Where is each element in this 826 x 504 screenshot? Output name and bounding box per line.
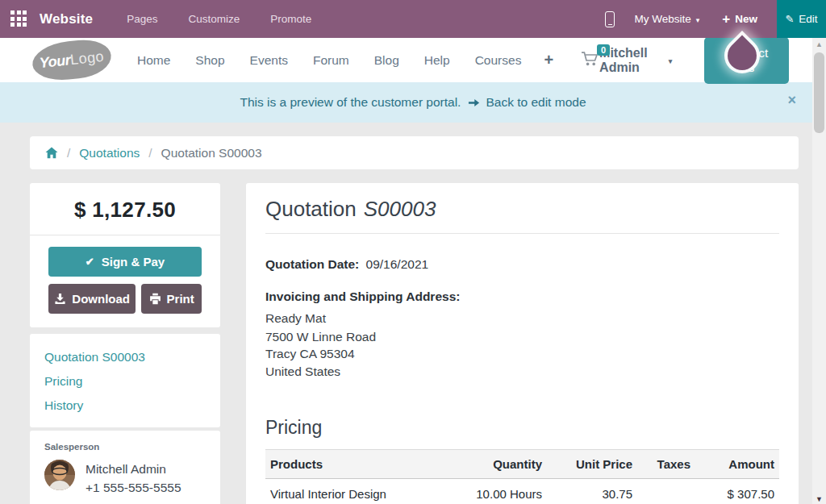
pricing-table: Products Quantity Unit Price Taxes Amoun… bbox=[265, 449, 779, 504]
site-logo[interactable]: YourLogo bbox=[31, 37, 113, 83]
site-navbar: YourLogo Home Shop Events Forum Blog Hel… bbox=[0, 38, 826, 82]
chevron-down-icon: ▾ bbox=[696, 16, 700, 24]
col-quantity: Quantity bbox=[434, 450, 547, 479]
sidebar-link-pricing[interactable]: Pricing bbox=[44, 370, 206, 393]
table-header-row: Products Quantity Unit Price Taxes Amoun… bbox=[265, 450, 779, 479]
menu-pages[interactable]: Pages bbox=[127, 13, 157, 25]
scrollbar-thumb[interactable] bbox=[814, 52, 824, 133]
add-menu-icon[interactable]: + bbox=[544, 51, 553, 69]
chevron-down-icon: ▾ bbox=[669, 57, 673, 65]
salesperson-card: Salesperson Mitchell Admin bbox=[30, 431, 220, 504]
user-account-menu[interactable]: Mitchell Admin ▾ bbox=[599, 46, 672, 75]
menu-promote[interactable]: Promote bbox=[270, 13, 311, 25]
breadcrumb-separator: / bbox=[67, 146, 70, 160]
nav-forum[interactable]: Forum bbox=[313, 53, 349, 68]
nav-shop[interactable]: Shop bbox=[195, 53, 224, 68]
print-icon bbox=[149, 293, 161, 305]
pricing-heading: Pricing bbox=[265, 417, 779, 439]
address-line: United States bbox=[265, 363, 779, 381]
nav-events[interactable]: Events bbox=[250, 53, 288, 68]
portal-preview-banner: This is a preview of the customer portal… bbox=[0, 82, 826, 123]
vertical-scrollbar[interactable]: ▲ ▼ bbox=[812, 38, 826, 504]
portal-content: / Quotations / Quotation S00003 $ 1,127.… bbox=[0, 123, 826, 504]
nav-home[interactable]: Home bbox=[137, 53, 170, 68]
total-amount: $ 1,127.50 bbox=[30, 183, 220, 235]
back-to-edit-link[interactable]: Back to edit mode bbox=[486, 95, 586, 110]
edit-button[interactable]: ✎ Edit bbox=[777, 0, 826, 38]
quotation-reference: S00003 bbox=[364, 197, 436, 221]
salesperson-info: Mitchell Admin +1 555-555-5555 bbox=[86, 460, 181, 497]
nav-help[interactable]: Help bbox=[424, 53, 450, 68]
sidebar-link-quotation[interactable]: Quotation S00003 bbox=[44, 346, 206, 369]
menu-customize[interactable]: Customize bbox=[189, 13, 240, 25]
download-button[interactable]: Download bbox=[48, 284, 136, 314]
scroll-up-arrow[interactable]: ▲ bbox=[812, 38, 826, 52]
avatar bbox=[44, 460, 75, 490]
pencil-icon: ✎ bbox=[785, 13, 794, 25]
cell-amount: $ 307.50 bbox=[695, 479, 779, 504]
amount-card: $ 1,127.50 ✔ Sign & Pay Download bbox=[30, 183, 220, 327]
cell-taxes bbox=[637, 479, 695, 504]
quotation-date: Quotation Date: 09/16/2021 bbox=[265, 257, 779, 272]
mobile-preview-icon[interactable] bbox=[605, 11, 615, 27]
new-button[interactable]: + New bbox=[722, 11, 757, 27]
col-unit-price: Unit Price bbox=[547, 450, 637, 479]
site-menu: Home Shop Events Forum Blog Help Courses bbox=[137, 53, 521, 68]
arrow-right-icon bbox=[468, 97, 480, 109]
download-icon bbox=[54, 293, 66, 305]
nav-blog[interactable]: Blog bbox=[374, 53, 399, 68]
breadcrumb: / Quotations / Quotation S00003 bbox=[30, 136, 799, 169]
address-label: Invoicing and Shipping Address: bbox=[265, 289, 779, 304]
cart-count-badge: 0 bbox=[597, 44, 610, 56]
banner-message: This is a preview of the customer portal… bbox=[240, 95, 461, 110]
home-icon[interactable] bbox=[45, 147, 58, 159]
cell-quantity: 10.00 Hours bbox=[434, 479, 547, 504]
address-line: Tracy CA 95304 bbox=[265, 345, 779, 363]
nav-courses[interactable]: Courses bbox=[475, 53, 522, 68]
sign-pay-button[interactable]: ✔ Sign & Pay bbox=[48, 247, 202, 277]
breadcrumb-current: Quotation S00003 bbox=[161, 146, 262, 160]
breadcrumb-quotations[interactable]: Quotations bbox=[79, 146, 140, 160]
cell-unit-price: 30.75 bbox=[547, 479, 637, 504]
sidebar-link-history[interactable]: History bbox=[44, 394, 206, 417]
quotation-document: QuotationS00003 Quotation Date: 09/16/20… bbox=[246, 183, 799, 504]
backend-navbar: Website Pages Customize Promote My Websi… bbox=[0, 0, 826, 38]
backend-menu: Pages Customize Promote bbox=[127, 13, 311, 25]
salesperson-phone: +1 555-555-5555 bbox=[86, 478, 181, 497]
plus-icon: + bbox=[722, 11, 730, 27]
cart-button[interactable]: 0 bbox=[581, 51, 599, 70]
address-block: Ready Mat 7500 W Linne Road Tracy CA 953… bbox=[265, 310, 779, 380]
col-amount: Amount bbox=[695, 450, 779, 479]
address-line: 7500 W Linne Road bbox=[265, 328, 779, 346]
close-icon[interactable]: × bbox=[787, 93, 796, 107]
quotation-sidebar: $ 1,127.50 ✔ Sign & Pay Download bbox=[30, 183, 220, 504]
print-button[interactable]: Print bbox=[141, 284, 202, 314]
breadcrumb-separator: / bbox=[148, 146, 152, 160]
salesperson-label: Salesperson bbox=[44, 442, 206, 452]
scroll-down-arrow[interactable]: ▼ bbox=[812, 495, 826, 503]
website-switcher[interactable]: My Website ▾ bbox=[634, 13, 699, 25]
address-line: Ready Mat bbox=[265, 310, 779, 327]
salesperson-name: Mitchell Admin bbox=[86, 460, 181, 478]
table-row: Virtual Interior Design 10.00 Hours 30.7… bbox=[265, 479, 779, 504]
app-title[interactable]: Website bbox=[40, 11, 93, 27]
col-taxes: Taxes bbox=[637, 450, 695, 479]
page-title: QuotationS00003 bbox=[265, 197, 779, 234]
check-icon: ✔ bbox=[86, 256, 94, 268]
col-products: Products bbox=[265, 450, 434, 479]
sidebar-links-card: Quotation S00003 Pricing History bbox=[30, 334, 220, 427]
apps-grid-icon[interactable] bbox=[10, 10, 27, 27]
cell-product: Virtual Interior Design bbox=[265, 479, 434, 504]
